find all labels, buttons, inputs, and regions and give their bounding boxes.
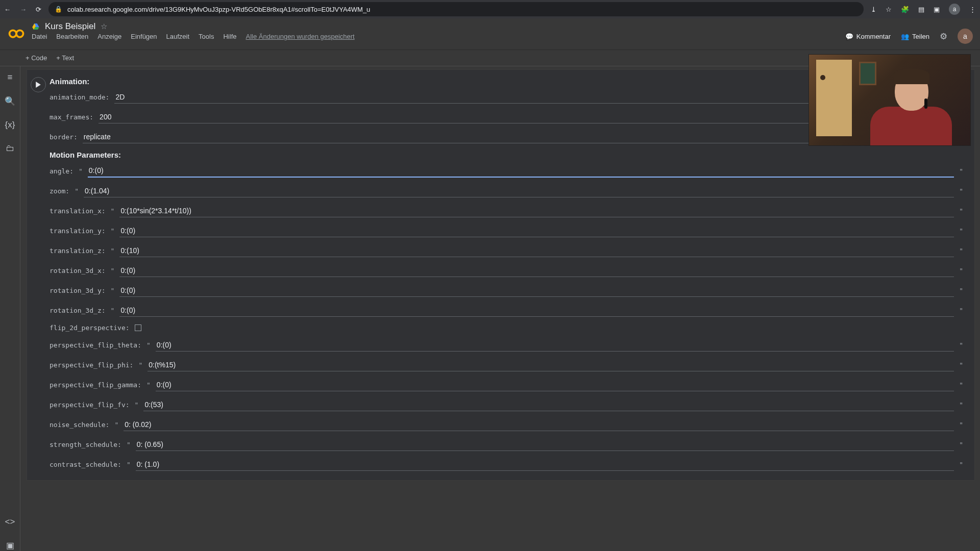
webcam-overlay — [808, 54, 971, 146]
forward-icon[interactable]: → — [20, 6, 27, 13]
label-flip-2d-perspective: flip_2d_perspective: — [50, 324, 130, 332]
perspective-flip-gamma-input[interactable] — [156, 379, 954, 391]
rotation-3d-z-input[interactable] — [119, 304, 954, 317]
left-rail: ≡ 🔍 {x} 🗀 <> ▣ — [0, 66, 20, 551]
menu-insert[interactable]: Einfügen — [131, 33, 157, 40]
menu-runtime[interactable]: Laufzeit — [166, 33, 190, 40]
rotation-3d-y-input[interactable] — [119, 284, 954, 297]
colab-logo-icon[interactable] — [7, 24, 26, 43]
section-motion-title: Motion Parameters: — [50, 151, 963, 159]
noise-schedule-input[interactable] — [124, 418, 954, 431]
translation-x-input[interactable] — [119, 205, 954, 217]
label-rotation-3d-y: rotation_3d_y: — [50, 287, 106, 294]
flip-2d-perspective-checkbox[interactable] — [135, 324, 141, 331]
browser-avatar[interactable]: a — [949, 4, 960, 15]
svg-marker-5 — [36, 82, 41, 88]
svg-point-1 — [16, 30, 23, 37]
share-icon: 👥 — [901, 33, 909, 40]
star-icon[interactable]: ☆ — [101, 22, 107, 31]
back-icon[interactable]: ← — [4, 6, 11, 13]
lock-icon: 🔒 — [55, 6, 62, 13]
gear-icon[interactable]: ⚙ — [940, 31, 947, 42]
label-rotation-3d-x: rotation_3d_x: — [50, 267, 106, 274]
play-icon — [35, 82, 41, 88]
label-translation-y: translation_y: — [50, 227, 106, 235]
url-text: colab.research.google.com/drive/13G9KHyM… — [67, 6, 370, 13]
comment-label: Kommentar — [856, 33, 891, 40]
label-strength-schedule: strength_schedule: — [50, 441, 121, 448]
label-translation-z: translation_z: — [50, 247, 106, 255]
drive-icon — [32, 22, 40, 31]
reload-icon[interactable]: ⟳ — [36, 6, 41, 13]
label-perspective-flip-gamma: perspective_flip_gamma: — [50, 381, 141, 389]
label-noise-schedule: noise_schedule: — [50, 421, 109, 429]
terminal-icon[interactable]: ▣ — [6, 540, 14, 551]
colab-header: Kurs Beispiel ☆ Datei Bearbeiten Anzeige… — [0, 18, 980, 50]
share-button[interactable]: 👥 Teilen — [901, 33, 929, 40]
toc-icon[interactable]: ≡ — [8, 72, 13, 83]
side-panel-icon[interactable]: ▤ — [918, 6, 924, 13]
search-icon[interactable]: 🔍 — [5, 96, 15, 107]
zoom-input[interactable] — [84, 185, 954, 197]
user-avatar[interactable]: a — [958, 29, 973, 44]
quote-open: " — [79, 167, 83, 175]
share-label: Teilen — [912, 33, 929, 40]
label-perspective-flip-fv: perspective_flip_fv: — [50, 401, 130, 409]
address-bar[interactable]: 🔒 colab.research.google.com/drive/13G9KH… — [48, 2, 864, 16]
translation-z-input[interactable] — [119, 244, 954, 257]
menu-tools[interactable]: Tools — [199, 33, 214, 40]
label-rotation-3d-z: rotation_3d_z: — [50, 307, 106, 314]
label-border: border: — [50, 133, 78, 141]
files-icon[interactable]: 🗀 — [6, 143, 14, 154]
label-zoom: zoom: — [50, 187, 69, 195]
command-palette-icon[interactable]: <> — [5, 517, 15, 527]
label-perspective-flip-theta: perspective_flip_theta: — [50, 341, 141, 349]
menu-help[interactable]: Hilfe — [223, 33, 236, 40]
comment-button[interactable]: 💬 Kommentar — [845, 33, 891, 40]
label-perspective-flip-phi: perspective_flip_phi: — [50, 361, 133, 369]
translation-y-input[interactable] — [119, 224, 954, 237]
browser-chrome: ← → ⟳ 🔒 colab.research.google.com/drive/… — [0, 0, 980, 18]
add-text-button[interactable]: + Text — [56, 54, 74, 62]
variables-icon[interactable]: {x} — [5, 120, 15, 130]
strength-schedule-input[interactable] — [136, 438, 954, 451]
run-button[interactable] — [31, 77, 46, 92]
picture-in-picture-icon[interactable]: ▣ — [934, 6, 940, 13]
label-angle: angle: — [50, 167, 74, 175]
label-contrast-schedule: contrast_schedule: — [50, 461, 121, 468]
perspective-flip-theta-input[interactable] — [156, 339, 954, 352]
perspective-flip-fv-input[interactable] — [143, 398, 954, 411]
install-icon[interactable]: ⤓ — [871, 6, 876, 13]
menu-bar: Datei Bearbeiten Anzeige Einfügen Laufze… — [32, 33, 839, 40]
label-translation-x: translation_x: — [50, 207, 106, 215]
bookmark-icon[interactable]: ☆ — [886, 6, 892, 13]
svg-point-0 — [10, 30, 17, 37]
contrast-schedule-input[interactable] — [136, 458, 954, 471]
label-animation-mode: animation_mode: — [50, 93, 109, 101]
extensions-icon[interactable]: 🧩 — [901, 6, 909, 13]
comment-icon: 💬 — [845, 33, 853, 40]
save-status: Alle Änderungen wurden gespeichert — [246, 33, 354, 40]
quote-close: " — [959, 167, 963, 175]
menu-view[interactable]: Anzeige — [97, 33, 121, 40]
add-code-button[interactable]: + Code — [26, 54, 47, 62]
perspective-flip-phi-input[interactable] — [148, 359, 954, 371]
menu-edit[interactable]: Bearbeiten — [56, 33, 88, 40]
label-max-frames: max_frames: — [50, 113, 93, 121]
document-title[interactable]: Kurs Beispiel — [45, 21, 95, 32]
angle-input[interactable] — [88, 164, 954, 178]
menu-file[interactable]: Datei — [32, 33, 47, 40]
browser-menu-icon[interactable]: ⋮ — [969, 6, 976, 13]
rotation-3d-x-input[interactable] — [119, 264, 954, 277]
